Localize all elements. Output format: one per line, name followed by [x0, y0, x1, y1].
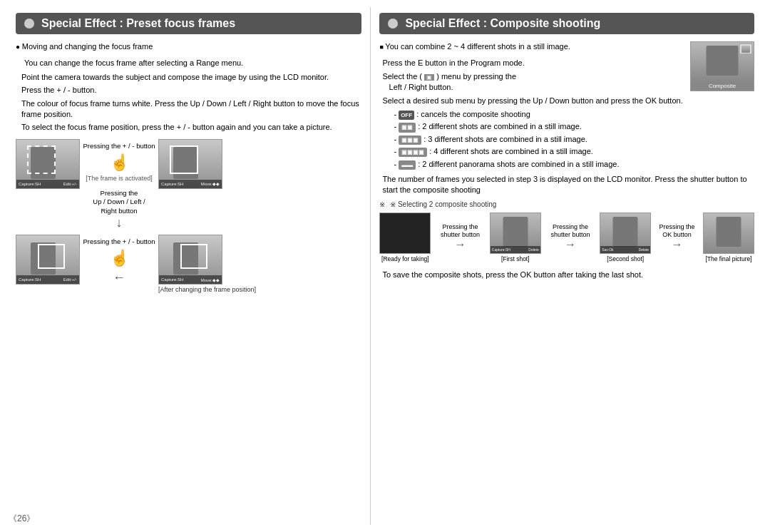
right-title: Special Effect : Composite shooting: [405, 17, 600, 30]
right-steps-cont: The number of frames you selected in ste…: [382, 174, 754, 196]
final-container: [The final picture]: [703, 213, 754, 262]
header-dot: [24, 19, 34, 29]
middle-col-top: Pressing the + / - button ☝ [The frame i…: [80, 139, 158, 230]
first-shot-label: [First shot]: [501, 255, 530, 262]
hand-icon-bottom: ☝: [110, 249, 129, 267]
step-1: Point the camera towards the subject and…: [21, 72, 361, 83]
second-shot-container: Sav:OkDelete [Second shot]: [600, 213, 651, 262]
pressing-up-label: Pressing the Up / Down / Left / Right bu…: [93, 189, 145, 215]
left-section-header: Special Effect : Preset focus frames: [16, 13, 361, 34]
bullet-moving: Moving and changing the focus frame: [16, 41, 361, 52]
left-panel: Special Effect : Preset focus frames Mov…: [7, 7, 371, 525]
ready-label: [Ready for taking]: [381, 255, 429, 262]
frame-activated-label: [The frame is activated]: [86, 175, 153, 182]
second-shot-label: [Second shot]: [607, 255, 644, 262]
composite-images-row: [Ready for taking] Pressing the shutter …: [379, 213, 754, 262]
first-shot-container: Capture:SHDelete [First shot]: [490, 213, 541, 262]
left-content: Moving and changing the focus frame: [16, 41, 361, 52]
page-number: 《26》: [9, 513, 35, 525]
right-content-top: Composite You can combine 2 ~ 4 differen…: [379, 41, 754, 171]
arrow-3: Pressing the OK button →: [655, 223, 699, 252]
icon-2-badge: ▣▣: [399, 123, 416, 132]
sub-item-4: ▣▣▣▣ : 4 different shots are combined in…: [394, 146, 754, 157]
top-images-section: 12 Capture:SHEdit:+/- Pressing the + / -…: [16, 139, 361, 230]
arrow-left-icon: ←: [113, 270, 125, 285]
middle-col-bottom: Pressing the + / - button ☝ ←: [80, 235, 158, 285]
cam-image-4: 12 Capture:SHMove:◆◆ [After changing the…: [158, 235, 256, 293]
arrow-right-3-icon: →: [655, 238, 699, 251]
left-title: Special Effect : Preset focus frames: [41, 17, 235, 30]
pressing-shutter-2-label: Pressing the shutter button: [545, 223, 595, 239]
ready-container: [Ready for taking]: [379, 213, 431, 262]
sub-item-3: ▣▣▣ : 3 different shots are combined in …: [394, 134, 754, 145]
ready-image: [379, 213, 431, 254]
pressing-shutter-1-label: Pressing the shutter button: [435, 223, 485, 239]
step-4: To select the focus frame position, pres…: [21, 122, 361, 133]
step-5-list: To save the composite shots, press the O…: [382, 270, 754, 280]
step-3: The colour of focus frame turns white. P…: [21, 98, 361, 121]
icon-4-badge: ▣▣▣▣: [399, 148, 427, 157]
selecting-label: ※ ※ Selecting 2 composite shooting: [379, 200, 754, 208]
pressing-ok-label: Pressing the OK button: [655, 223, 699, 239]
step-5-container: To save the composite shots, press the O…: [379, 270, 754, 280]
cam-image-1: 12 Capture:SHEdit:+/-: [16, 139, 80, 189]
composite-top-image: Composite: [690, 41, 754, 91]
right-section-header: Special Effect : Composite shooting: [379, 13, 754, 34]
final-image: [703, 213, 754, 254]
right-panel: Special Effect : Composite shooting Comp…: [371, 7, 763, 525]
final-label: [The final picture]: [705, 255, 751, 262]
arrow-right-2-icon: →: [545, 238, 595, 251]
right-step-3: Select a desired sub menu by pressing th…: [382, 96, 754, 106]
pressing-caption-1: Pressing the + / - button: [83, 142, 155, 150]
intro-text: You can change the focus frame after sel…: [24, 58, 361, 68]
arrow-1: Pressing the shutter button →: [435, 223, 485, 252]
off-badge: OFF: [399, 111, 414, 120]
first-shot-image: Capture:SHDelete: [490, 213, 541, 254]
sub-item-2: ▣▣ : 2 different shots are combined in a…: [394, 121, 754, 132]
sub-item-panorama: ▬▬ : 2 different panorama shots are comb…: [394, 159, 754, 170]
right-step-5: To save the composite shots, press the O…: [382, 270, 754, 280]
icon-pano-badge: ▬▬: [399, 160, 416, 170]
sub-item-off: OFF : cancels the composite shooting: [394, 109, 754, 120]
pressing-caption-2: Pressing the + / - button: [83, 237, 155, 246]
arrow-2: Pressing the shutter button →: [545, 223, 595, 252]
step-2: Press the + / - button.: [21, 85, 361, 96]
icon-3-badge: ▣▣▣: [399, 135, 421, 145]
after-frame-label: [After changing the frame position]: [158, 286, 256, 293]
arrow-right-1-icon: →: [435, 238, 485, 251]
star-icon: ※: [379, 200, 385, 208]
cam-image-2: 12 Capture:SHMove:◆◆: [158, 139, 222, 189]
cam-image-3: 12 Capture:SHEdit:+/-: [16, 235, 80, 285]
composite-label: Composite: [691, 81, 754, 91]
arrow-down-icon: ↓: [116, 215, 123, 230]
sub-items-list: OFF : cancels the composite shooting ▣▣ …: [394, 109, 754, 170]
right-step-4: The number of frames you selected in ste…: [382, 174, 754, 196]
right-header-dot: [388, 19, 398, 29]
bottom-images-section: 12 Capture:SHEdit:+/- Pressing the + / -…: [16, 235, 361, 293]
hand-icon-top: ☝: [110, 153, 129, 172]
steps-list: Point the camera towards the subject and…: [21, 72, 361, 133]
second-shot-image: Sav:OkDelete: [600, 213, 651, 254]
